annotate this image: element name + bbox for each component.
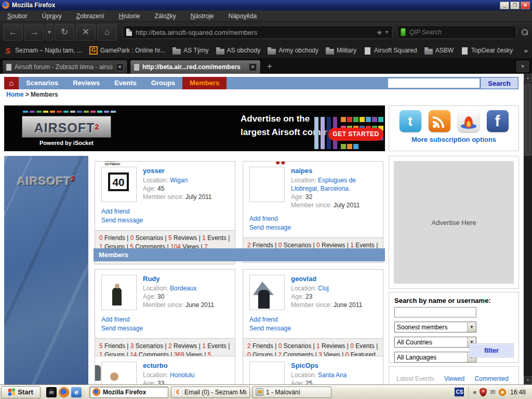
- menu-zalozky[interactable]: Záložky: [151, 10, 179, 22]
- tab-viewed[interactable]: Viewed: [444, 375, 464, 382]
- member-location-link[interactable]: Honolulu: [170, 371, 194, 379]
- bookmark-topgear[interactable]: TopGear česky: [461, 47, 513, 55]
- site-home-button[interactable]: ⌂: [4, 77, 19, 89]
- language-select[interactable]: All Languages ▼: [394, 352, 476, 363]
- nav-members-active[interactable]: Members: [182, 77, 227, 89]
- scroll-up-icon[interactable]: ▲: [524, 74, 532, 82]
- country-select[interactable]: All Countries ▼: [394, 337, 476, 348]
- member-location-link[interactable]: Cluj: [318, 285, 329, 292]
- nav-reviews[interactable]: Reviews: [65, 77, 107, 89]
- member-name-link[interactable]: Rudy: [143, 275, 229, 283]
- tab-latest-events[interactable]: Latest Events: [396, 375, 434, 382]
- back-button[interactable]: ←: [3, 24, 23, 41]
- add-friend-link[interactable]: Add friend: [249, 315, 377, 324]
- scrollbar-thumb[interactable]: [524, 83, 531, 156]
- send-message-link[interactable]: Send message: [101, 324, 229, 333]
- twitter-icon[interactable]: t: [400, 110, 421, 132]
- member-name-link[interactable]: SpicOps: [291, 362, 377, 369]
- browser-scrollbar[interactable]: ▲ ▼: [524, 74, 532, 384]
- minimize-button[interactable]: _: [500, 2, 509, 9]
- get-started-button[interactable]: GET STARTED: [328, 128, 383, 141]
- task-firefox[interactable]: Mozilla Firefox: [89, 387, 168, 398]
- mail-tray-icon[interactable]: ✉: [490, 388, 496, 396]
- left-ad-banner[interactable]: AIRSOFT2: [4, 156, 88, 384]
- bookmark-star-icon[interactable]: ★: [376, 29, 382, 36]
- bookmark-seznam[interactable]: Seznam – Najdu tam, ...: [4, 46, 82, 55]
- tab-members-active[interactable]: http://beta.air...red.com/members ✕: [130, 60, 261, 74]
- bookmark-folder-as-tymy[interactable]: AS Týmy: [172, 47, 208, 55]
- history-dropdown-icon[interactable]: ▼: [46, 24, 53, 41]
- avatar[interactable]: [101, 275, 137, 310]
- bookmark-folder-army-obchody[interactable]: Army obchody: [268, 47, 318, 55]
- name-search-input[interactable]: [394, 307, 476, 317]
- new-tab-button[interactable]: +: [264, 61, 275, 72]
- member-name-link[interactable]: ecturbo: [143, 362, 229, 369]
- send-message-link[interactable]: Send message: [101, 216, 229, 225]
- quicklaunch-skull-icon[interactable]: ☠: [46, 387, 57, 397]
- chevron-down-icon[interactable]: ▼: [467, 322, 476, 332]
- send-message-link[interactable]: Send message: [249, 223, 377, 232]
- rss-icon[interactable]: [429, 110, 450, 132]
- more-subscription-link[interactable]: More subscription options: [389, 136, 518, 143]
- start-button[interactable]: Start: [1, 386, 41, 398]
- menu-soubor[interactable]: Soubor: [4, 10, 31, 22]
- add-friend-link[interactable]: Add friend: [101, 207, 229, 216]
- menu-napoveda[interactable]: Nápověda: [225, 10, 260, 22]
- member-name-link[interactable]: naipes: [291, 167, 377, 175]
- menu-historie[interactable]: Historie: [116, 10, 143, 22]
- menu-nastroje[interactable]: Nástroje: [188, 10, 217, 22]
- maximize-button[interactable]: ❐: [510, 2, 520, 9]
- bookmarks-overflow-icon[interactable]: »: [524, 47, 528, 55]
- member-location-link[interactable]: Santa Ana: [318, 371, 347, 379]
- site-search-input[interactable]: [388, 78, 480, 88]
- stop-button[interactable]: ✕: [76, 24, 96, 41]
- tab-list-button[interactable]: ▼: [516, 61, 529, 72]
- menu-zobrazeni[interactable]: Zobrazení: [73, 10, 108, 22]
- tab-airsoft-forum[interactable]: Airsoft forum - Zobrazit téma - airsoft²…: [2, 60, 128, 74]
- add-friend-link[interactable]: Add friend: [101, 315, 229, 324]
- search-magnifier-icon[interactable]: [522, 29, 528, 35]
- web-search-input[interactable]: [409, 29, 513, 36]
- ad-banner[interactable]: AIRSOFT2 Powered by iSocket Advertise on…: [4, 105, 385, 151]
- member-location-link[interactable]: Wigan: [170, 177, 188, 184]
- bookmark-airsoft-squared[interactable]: Airsoft Squared: [364, 47, 417, 55]
- forward-button[interactable]: →: [24, 24, 44, 41]
- avatar[interactable]: [249, 362, 285, 384]
- reload-button[interactable]: ↻: [55, 24, 74, 41]
- tab-commented[interactable]: Commented: [475, 375, 509, 382]
- avatar[interactable]: [101, 362, 137, 384]
- avatar[interactable]: [249, 275, 285, 310]
- tab-close-icon[interactable]: ✕: [116, 63, 124, 71]
- scroll-down-icon[interactable]: ▼: [524, 376, 532, 384]
- nav-scenarios[interactable]: Scenarios: [19, 77, 65, 89]
- feedburner-icon[interactable]: [458, 110, 480, 132]
- member-location-link[interactable]: Bordeaux: [170, 285, 196, 292]
- home-button[interactable]: ⌂: [97, 24, 117, 41]
- menu-upravy[interactable]: Úpravy: [39, 10, 65, 22]
- search-bar[interactable]: [397, 25, 516, 39]
- task-paint[interactable]: 1 - Malování: [252, 387, 331, 398]
- qip-tray-icon[interactable]: [499, 389, 506, 396]
- filter-button[interactable]: filter: [470, 344, 513, 357]
- sort-select[interactable]: Soonest members ▼: [394, 322, 476, 332]
- tab-close-icon[interactable]: ✕: [249, 63, 257, 71]
- site-search-button[interactable]: Search: [481, 78, 517, 88]
- breadcrumb-home-link[interactable]: Home: [6, 91, 23, 98]
- qip-engine-icon[interactable]: [401, 28, 406, 36]
- member-name-link[interactable]: yosser: [143, 167, 229, 175]
- url-bar[interactable]: ★ ▼: [123, 25, 393, 39]
- tray-expand-icon[interactable]: «: [473, 389, 476, 396]
- nav-groups[interactable]: Groups: [144, 77, 182, 89]
- bookmark-gamepark[interactable]: GamePark : Online hr...: [89, 46, 165, 55]
- task-email[interactable]: € Email (0) - Seznam MiniBr...: [171, 387, 250, 398]
- member-name-link[interactable]: geovlad: [291, 275, 377, 283]
- quicklaunch-firefox-icon[interactable]: [59, 387, 69, 397]
- nav-events[interactable]: Events: [107, 77, 144, 89]
- security-shield-icon[interactable]: [480, 388, 487, 396]
- advertise-placeholder[interactable]: Advertise Here: [394, 161, 514, 284]
- bookmark-folder-as-obchody[interactable]: AS obchody: [216, 47, 261, 55]
- facebook-icon[interactable]: f: [487, 110, 509, 132]
- avatar[interactable]: !ODYSA✸✸: [249, 167, 285, 202]
- send-message-link[interactable]: Send message: [249, 324, 377, 333]
- close-button[interactable]: ✕: [521, 2, 530, 9]
